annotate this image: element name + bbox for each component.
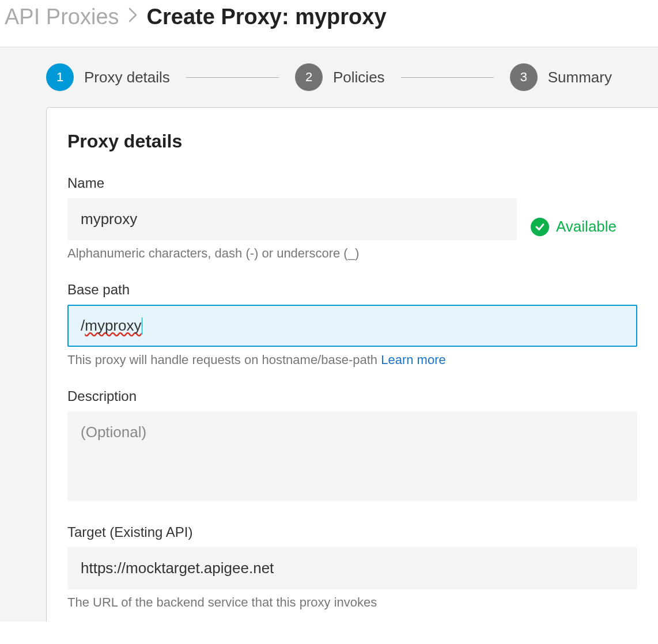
description-label: Description	[67, 388, 637, 404]
field-group-target: Target (Existing API) The URL of the bac…	[67, 524, 637, 610]
chevron-right-icon	[128, 7, 138, 26]
step-label: Summary	[548, 69, 612, 86]
step-summary[interactable]: 3 Summary	[510, 63, 612, 91]
form-panel: Proxy details Name Alphanumeric characte…	[46, 107, 658, 622]
description-input[interactable]	[67, 411, 637, 501]
stepper: 1 Proxy details 2 Policies 3 Summary	[0, 63, 658, 107]
content-area: 1 Proxy details 2 Policies 3 Summary Pro…	[0, 47, 658, 622]
availability-text: Available	[556, 218, 617, 236]
step-number-2: 2	[295, 63, 323, 91]
field-group-basepath: Base path /myproxy This proxy will handl…	[67, 282, 637, 368]
basepath-input[interactable]: /myproxy	[67, 305, 637, 347]
step-label: Policies	[333, 69, 385, 86]
name-help-text: Alphanumeric characters, dash (-) or und…	[67, 246, 517, 261]
check-circle-icon	[531, 218, 549, 236]
basepath-help-text: This proxy will handle requests on hostn…	[67, 353, 637, 368]
step-number-1: 1	[46, 63, 74, 91]
target-help-text: The URL of the backend service that this…	[67, 595, 637, 610]
basepath-label: Base path	[67, 282, 637, 298]
basepath-value: /myproxy	[81, 317, 141, 335]
field-group-name: Name Alphanumeric characters, dash (-) o…	[67, 175, 637, 261]
name-label: Name	[67, 175, 517, 191]
target-label: Target (Existing API)	[67, 524, 637, 540]
target-input[interactable]	[67, 547, 637, 589]
page-header: API Proxies Create Proxy: myproxy	[0, 0, 658, 47]
step-connector	[401, 77, 494, 78]
step-label: Proxy details	[84, 69, 170, 86]
text-cursor	[142, 317, 142, 335]
learn-more-link[interactable]: Learn more	[381, 353, 446, 367]
name-input[interactable]	[67, 198, 517, 240]
step-connector	[186, 77, 279, 78]
breadcrumb-parent[interactable]: API Proxies	[5, 5, 119, 29]
availability-indicator: Available	[531, 218, 617, 236]
step-number-3: 3	[510, 63, 538, 91]
step-policies[interactable]: 2 Policies	[295, 63, 385, 91]
step-proxy-details[interactable]: 1 Proxy details	[46, 63, 170, 91]
breadcrumb: API Proxies Create Proxy: myproxy	[5, 5, 653, 29]
field-group-description: Description	[67, 388, 637, 503]
panel-title: Proxy details	[67, 131, 637, 152]
breadcrumb-current: Create Proxy: myproxy	[147, 5, 387, 29]
